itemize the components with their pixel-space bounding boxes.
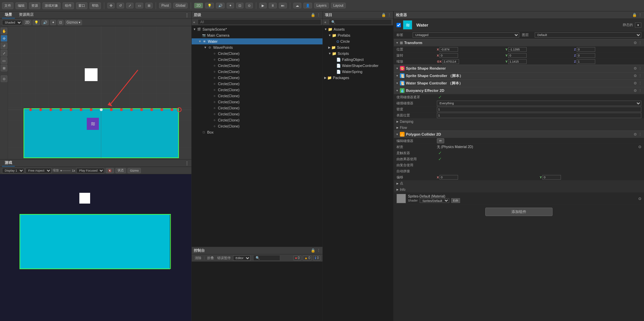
pivot-btn[interactable]: Pivot [159, 3, 171, 8]
hierarchy-add[interactable]: + [193, 20, 195, 24]
polygon-more[interactable]: ⋮ [638, 132, 642, 137]
scene-menu[interactable]: ⋮ [185, 12, 189, 18]
tool-transform[interactable]: ⊞ [1, 65, 7, 71]
hier-item-circle7[interactable]: ▶○Circle(Clone) [192, 87, 323, 93]
hier-item-wavepoints[interactable]: ▼ ⊙ WavePoints [192, 44, 323, 50]
gizmos-btn[interactable]: ⊙ [245, 3, 253, 8]
hier-item-circle12[interactable]: ▶○Circle(Clone) [192, 117, 323, 123]
inspector-lock[interactable]: 🔒 [632, 13, 637, 17]
tab-asset-store[interactable]: 资源商店 [16, 12, 36, 19]
proj-watershape[interactable]: 📄 WaterShapeController [323, 63, 393, 69]
scene-viewport-btn[interactable]: ⊡ [58, 20, 64, 25]
edit-shader-btn[interactable]: Edit [451, 198, 460, 203]
rot-x-input[interactable] [440, 53, 458, 58]
stats-btn[interactable]: 状态 [115, 168, 126, 173]
tool-rotate[interactable]: ↺ [1, 42, 7, 49]
layer-select[interactable]: Default [535, 32, 641, 38]
static-toggle[interactable]: ▾ [635, 23, 641, 28]
fx-btn[interactable]: ✦ [227, 3, 234, 8]
cloud-btn[interactable]: ☁ [293, 3, 301, 8]
density-input[interactable] [437, 107, 641, 112]
project-menu[interactable]: ⋮ [387, 13, 391, 17]
scale-x-input[interactable] [442, 59, 459, 64]
pos-z-input[interactable] [577, 47, 595, 52]
proj-packages[interactable]: ▶ 📁 Packages [323, 75, 393, 81]
damping-header[interactable]: ▶ Damping [394, 118, 644, 124]
hier-item-circle8[interactable]: ▶○Circle(Clone) [192, 93, 323, 99]
hier-item-circle2[interactable]: ▶○Circle(Clone) [192, 57, 323, 63]
hier-item-maincamera[interactable]: ▶ 📷 Main Camera [192, 32, 323, 38]
tool-extra[interactable]: ⊙ [1, 75, 7, 82]
global-btn[interactable]: Global [173, 3, 188, 8]
scale-y-input[interactable] [508, 59, 527, 64]
play-focused-select[interactable]: Play Focused [76, 168, 104, 173]
shading-select[interactable]: Shaded [2, 20, 22, 25]
menu-file[interactable]: 文件 [2, 2, 13, 9]
menu-edit[interactable]: 编辑 [15, 2, 27, 9]
pos-y-input[interactable] [508, 47, 527, 52]
proj-circle[interactable]: ⊙ Circle [323, 38, 393, 44]
error-count[interactable]: ● 0 [293, 255, 301, 261]
water-controller-gear[interactable]: ⚙ [634, 81, 637, 85]
hier-item-samplescene[interactable]: ▼ 🎬 SampleScene* [192, 26, 323, 32]
hier-item-circle10[interactable]: ▶○Circle(Clone) [192, 105, 323, 111]
scene-gizmos-btn[interactable]: Gizmos ▾ [65, 20, 82, 25]
hier-item-circle4[interactable]: ▶○Circle(Clone) [192, 69, 323, 75]
hier-item-circle1[interactable]: ▶○Circle(Clone) [192, 50, 323, 57]
transform-more[interactable]: ⋮ [638, 41, 642, 45]
polygon-gear[interactable]: ⚙ [634, 132, 637, 137]
pos-x-input[interactable] [440, 47, 458, 52]
transform-tool[interactable]: ⊞ [145, 3, 153, 8]
hier-item-circle3[interactable]: ▶○Circle(Clone) [192, 63, 323, 69]
buoyancy-gear[interactable]: ⚙ [634, 88, 637, 93]
info-count[interactable]: ℹ 0 [313, 255, 320, 261]
error-pause-btn[interactable]: 错误暂停 [216, 256, 232, 260]
step-btn[interactable]: ⏭ [279, 3, 287, 8]
scene-lighting-btn[interactable]: 💡 [33, 20, 40, 25]
sprite-renderer-more[interactable]: ⋮ [638, 66, 642, 71]
surface-input[interactable] [437, 113, 641, 118]
add-component-btn[interactable]: 添加组件 [485, 208, 553, 216]
menu-gameobject[interactable]: 游戏对象 [42, 2, 61, 9]
edit-collider-btn[interactable]: ✏ [437, 138, 444, 143]
menu-component[interactable]: 组件 [63, 2, 74, 9]
clear-btn[interactable]: 清除 [194, 256, 202, 260]
account-btn[interactable]: 👤 [303, 3, 312, 8]
tool-hand[interactable]: ✋ [1, 28, 7, 34]
hier-item-water[interactable]: ▼ ≋ Water [192, 38, 323, 44]
shader-select[interactable]: Sprites/Default [420, 198, 449, 203]
material-pick[interactable]: ⊙ [638, 145, 641, 149]
2d-btn[interactable]: 2D [194, 3, 203, 8]
obj-active-checkbox[interactable] [396, 23, 401, 27]
tag-select[interactable]: Untagged [413, 32, 519, 38]
rect-tool[interactable]: ▭ [136, 3, 143, 8]
menu-window[interactable]: 窗口 [76, 2, 87, 9]
sprite-controller-gear[interactable]: ⚙ [634, 74, 637, 78]
material-pick2[interactable]: ⊙ [638, 197, 641, 201]
menu-assets[interactable]: 资源 [29, 2, 40, 9]
collapse-btn[interactable]: 折叠 [206, 256, 215, 260]
hier-item-circle6[interactable]: ▶○Circle(Clone) [192, 81, 323, 87]
tool-scale[interactable]: ⤢ [1, 50, 7, 57]
hier-item-circle13[interactable]: ▶○Circle(Clone) [192, 123, 323, 129]
inspector-menu[interactable]: ⋮ [638, 13, 642, 17]
project-lock[interactable]: 🔒 [381, 13, 386, 17]
hier-item-circle9[interactable]: ▶○Circle(Clone) [192, 99, 323, 105]
display-select[interactable]: Display 1 [2, 168, 24, 173]
hierarchy-lock[interactable]: 🔒 [311, 13, 315, 17]
move-tool[interactable]: ✜ [107, 3, 115, 8]
proj-waterspring[interactable]: 📄 WaterSpring [323, 69, 393, 75]
hierarchy-search[interactable] [198, 19, 321, 25]
layers-btn[interactable]: Layers [314, 3, 329, 8]
proj-prefabs[interactable]: ▼ 📁 Prefabs [323, 32, 393, 38]
lighting-btn[interactable]: 💡 [205, 3, 214, 8]
mute-btn[interactable]: 🔇 [106, 168, 114, 173]
offset-y-input[interactable] [542, 175, 561, 180]
collider-mask-select[interactable]: Everything [437, 101, 641, 106]
console-search[interactable] [253, 255, 280, 261]
proj-scripts[interactable]: ▼ 📁 Scripts [323, 50, 393, 57]
viewport-btn[interactable]: ⊡ [236, 3, 243, 8]
points-header[interactable]: ▶ 点 [394, 180, 644, 186]
scene-audio-btn[interactable]: 🔊 [41, 20, 49, 25]
play-btn[interactable]: ▶ [259, 3, 267, 8]
